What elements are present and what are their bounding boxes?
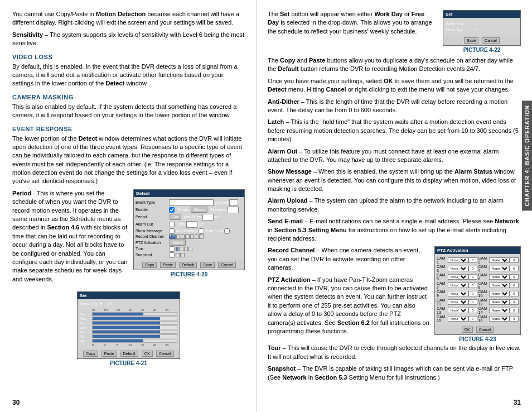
send-email-item: Send E-mail – E-mail notifications can b… bbox=[268, 217, 521, 243]
page-number-left: 30 bbox=[12, 399, 20, 406]
set22-save-btn[interactable]: Save bbox=[464, 37, 478, 44]
picture-20-screenshot: Detect Event Type Motion Detect ▼ Channe… bbox=[133, 189, 245, 270]
show-message-item: Show Message – When this is enabled, the… bbox=[268, 167, 521, 193]
snapshot-item: Snapshot – The DVR is capable of taking … bbox=[268, 365, 521, 382]
detect-default-btn[interactable]: Default bbox=[179, 262, 197, 268]
right-page: CHAPTER 4: BASIC OPERATION The Set butto… bbox=[257, 0, 532, 412]
ok-text: Once you have made your settings, select… bbox=[268, 77, 521, 94]
set-21-titlebar: Set bbox=[78, 292, 180, 299]
picture-20-label: PICTURE 4-20 bbox=[171, 271, 208, 277]
set21-copy-btn[interactable]: Copy bbox=[83, 351, 98, 357]
left-page: You cannot use Copy/Paste in Motion Dete… bbox=[0, 0, 257, 412]
page-number-right: 31 bbox=[514, 399, 521, 406]
detect-cancel-btn[interactable]: Cancel bbox=[218, 262, 236, 268]
latch-item: Latch – This is the "hold time" that the… bbox=[268, 118, 521, 143]
picture-23-screenshot: PTZ Activation CAM 1 None CAM 2 None CA bbox=[434, 246, 521, 335]
picture-21-screenshot: Set Work Day ▼ Set 00 04 08 12 16 20 bbox=[77, 291, 180, 359]
set21-cancel-btn[interactable]: Cancel bbox=[156, 351, 174, 357]
ptz-activation-item: PTZ Activation – If you have Pan-Tilt-Zo… bbox=[268, 276, 430, 336]
alarm-upload-item: Alarm Upload – The system can upload the… bbox=[268, 197, 521, 214]
camera-masking-body: This is also enabled by default. If the … bbox=[12, 103, 245, 120]
set21-ok-btn[interactable]: OK bbox=[142, 351, 153, 357]
tour-item: Tour – This will cause the DVR to cycle … bbox=[268, 344, 521, 361]
detect-copy-btn[interactable]: Copy bbox=[142, 262, 157, 268]
set-button-text: The Set button will appear when either W… bbox=[268, 10, 437, 36]
intro-paragraph: You cannot use Copy/Paste in Motion Dete… bbox=[12, 10, 245, 27]
anti-dither-item: Anti-Dither – This is the length of time… bbox=[268, 98, 521, 115]
alarm-out-item: Alarm Out – To utilize this feature you … bbox=[268, 147, 521, 165]
chapter-tab: CHAPTER 4: BASIC OPERATION bbox=[522, 100, 532, 210]
video-loss-heading: VIDEO LOSS bbox=[12, 54, 245, 60]
period-text: Period - This is where you set the sched… bbox=[12, 189, 128, 284]
sensitivity-paragraph: Sensitivity – The system supports six le… bbox=[12, 31, 245, 48]
set22-cancel-btn[interactable]: Cancel bbox=[482, 37, 500, 44]
camera-masking-heading: CAMERA MASKING bbox=[12, 94, 245, 100]
event-response-heading: EVENT RESPONSE bbox=[12, 126, 245, 132]
ptz-ok-btn[interactable]: OK bbox=[462, 327, 473, 333]
set21-default-btn[interactable]: Default bbox=[120, 351, 138, 357]
video-loss-body: By default, this is enabled. In the even… bbox=[12, 63, 245, 88]
detect-titlebar: Detect bbox=[134, 190, 244, 197]
picture-21-label: PICTURE 4-21 bbox=[110, 360, 147, 366]
event-response-body: The lower portion of the Detect window d… bbox=[12, 135, 245, 186]
detect-paste-btn[interactable]: Paste bbox=[160, 262, 176, 268]
picture-23-label: PICTURE 4-23 bbox=[459, 336, 496, 342]
set-22-titlebar: Set bbox=[443, 11, 520, 18]
picture-22-screenshot: Set Work Day ○ Free Day ○ Save Cancel bbox=[443, 10, 521, 46]
ptz-titlebar: PTZ Activation bbox=[435, 247, 520, 254]
ptz-cancel-btn[interactable]: Cancel bbox=[476, 327, 494, 333]
copy-paste-text: The Copy and Paste buttons allow you to … bbox=[268, 56, 521, 74]
picture-22-label: PICTURE 4-22 bbox=[463, 47, 501, 53]
set21-paste-btn[interactable]: Paste bbox=[101, 351, 117, 357]
record-channel-item: Record Channel – When one camera detects… bbox=[268, 246, 430, 272]
detect-save-btn[interactable]: Save bbox=[200, 262, 215, 268]
